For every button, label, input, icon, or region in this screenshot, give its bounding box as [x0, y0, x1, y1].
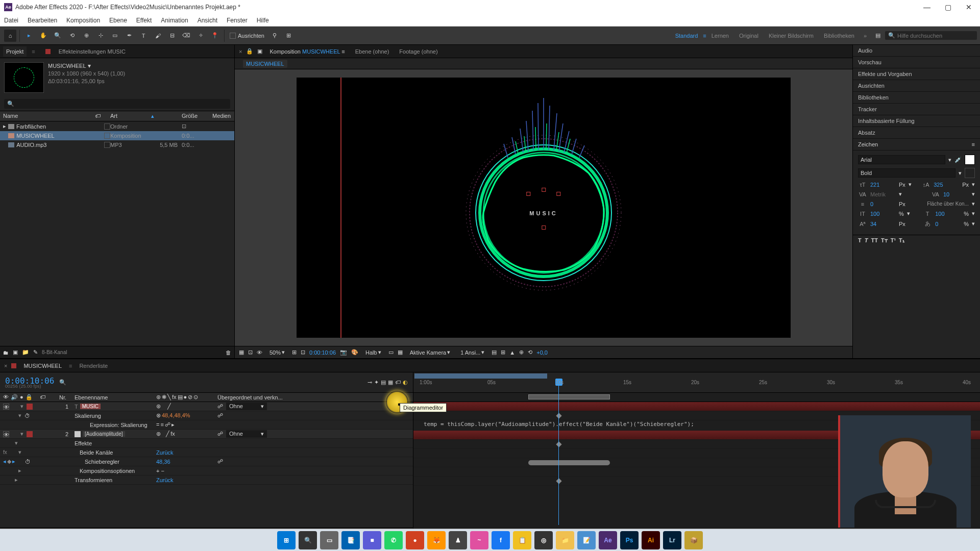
vscale[interactable]: 100	[870, 211, 896, 217]
subscript-button[interactable]: T₁	[899, 237, 904, 244]
snapshot-button[interactable]: 📷	[340, 349, 347, 356]
tab-footage[interactable]: Footage (ohne)	[396, 47, 440, 56]
transparency-button[interactable]: ▦	[398, 349, 403, 356]
bold-button[interactable]: T	[858, 237, 862, 244]
panel-audio[interactable]: Audio	[853, 45, 980, 57]
taskbar-app-9[interactable]: ~	[470, 531, 488, 549]
taskbar-app-15[interactable]: Ae	[599, 531, 617, 549]
taskbar-app-2[interactable]: ▭	[320, 531, 338, 549]
layer-music[interactable]: 👁 ▾ 1 TMUSIC ⊛ ╱ ☍Ohne▾	[0, 402, 413, 411]
vp-btn5[interactable]: ⟲	[528, 349, 532, 356]
parent-dropdown-2[interactable]: Ohne▾	[226, 430, 267, 438]
puppet-tool[interactable]: 📍	[209, 30, 221, 42]
taskbar-app-3[interactable]: 📑	[341, 531, 360, 549]
maximize-button[interactable]: ▢	[945, 3, 951, 11]
tl-tool4[interactable]: ▦	[388, 379, 393, 386]
stamp-tool[interactable]: ⊟	[166, 30, 178, 42]
italic-button[interactable]: T	[865, 237, 868, 244]
panel-ausrichten[interactable]: Ausrichten	[853, 80, 980, 92]
color-button[interactable]: 🎨	[351, 349, 358, 356]
channel-button[interactable]: ⊡	[248, 349, 253, 356]
viewport[interactable]: MUSIC	[235, 69, 852, 346]
alpha-button[interactable]: ▦	[239, 349, 244, 356]
stroke-swatch[interactable]	[965, 168, 975, 178]
font-size[interactable]: 221	[870, 182, 896, 188]
help-search-input[interactable]	[897, 33, 969, 39]
renderlist-tab[interactable]: Renderliste	[76, 362, 111, 370]
hand-tool[interactable]: ✋	[37, 30, 50, 42]
snap-grid[interactable]: ⊞	[283, 30, 295, 42]
menu-effekt[interactable]: Effekt	[136, 17, 152, 24]
workspace-lernen[interactable]: Lernen	[712, 33, 729, 39]
menu-fenster[interactable]: Fenster	[227, 17, 248, 24]
parent-dropdown-1[interactable]: Ohne▾	[226, 403, 267, 410]
hscale[interactable]: 100	[935, 211, 961, 217]
panel-vorschau[interactable]: Vorschau	[853, 57, 980, 68]
taskbar-app-0[interactable]: ⊞	[277, 531, 296, 549]
close-button[interactable]: ✕	[966, 3, 972, 11]
menu-komposition[interactable]: Komposition	[66, 17, 100, 24]
prop-transform[interactable]: ▸TransformierenZurück	[0, 475, 413, 485]
taskbar-app-10[interactable]: f	[492, 531, 510, 549]
tab-effekteinstellungen[interactable]: Effekteinstellungen MUSIC	[56, 46, 129, 57]
prop-expression[interactable]: Expression: Skalierung =≡☍▸	[0, 420, 413, 430]
taskbar-app-12[interactable]: ◎	[534, 531, 553, 549]
orbit-tool[interactable]: ⟲	[66, 30, 78, 42]
workspace-kleiner[interactable]: Kleiner Bildschirm	[769, 33, 814, 39]
workspace-bibliotheken[interactable]: Bibliotheken	[824, 33, 854, 39]
panel-inhalt[interactable]: Inhaltsbasierte Füllung	[853, 115, 980, 127]
zoom-dropdown[interactable]: 50% ▾	[266, 348, 288, 356]
home-button[interactable]: ⌂	[4, 30, 16, 42]
taskbar-app-8[interactable]: ♟	[449, 531, 467, 549]
taskbar-app-4[interactable]: ■	[363, 531, 381, 549]
taskbar-app-16[interactable]: Ps	[620, 531, 639, 549]
baseline[interactable]: 34	[870, 221, 896, 227]
grid-button[interactable]: ⊡	[301, 349, 305, 356]
project-search[interactable]: 🔍	[4, 99, 230, 109]
panel-tracker[interactable]: Tracker	[853, 104, 980, 115]
tl-tool2[interactable]: ✦	[374, 379, 379, 386]
graph-editor-button[interactable]: ◐	[403, 379, 408, 386]
font-weight[interactable]: Bold	[858, 168, 955, 178]
res-button[interactable]: ⊞	[292, 349, 297, 356]
roi-button[interactable]: ▭	[388, 349, 394, 356]
taskbar-app-7[interactable]: 🦊	[427, 531, 446, 549]
lock-icon[interactable]: 🔒	[246, 48, 253, 55]
delete-button[interactable]: 🗑	[226, 349, 231, 356]
interpret-button[interactable]: 🖿	[3, 349, 9, 356]
exposure[interactable]: +0,0	[536, 349, 548, 356]
camera-dropdown[interactable]: Aktive Kamera ▾	[407, 348, 454, 356]
tracking[interactable]: 10	[943, 191, 969, 197]
vp-btn4[interactable]: ⊕	[519, 349, 524, 356]
adobe-button[interactable]: ✎	[33, 349, 38, 356]
taskbar-app-6[interactable]: ●	[406, 531, 424, 549]
tl-search[interactable]: 🔍	[59, 379, 66, 386]
snap-options[interactable]: ⚲	[268, 30, 281, 42]
stroke-width[interactable]: 0	[870, 201, 896, 207]
new-comp-button[interactable]: ▣	[13, 349, 18, 356]
comp-name[interactable]: MUSICWHEEL	[48, 63, 86, 69]
menu-hilfe[interactable]: Hilfe	[257, 17, 269, 24]
brush-tool[interactable]: 🖌	[152, 30, 164, 42]
vp-btn3[interactable]: ▲	[509, 349, 515, 356]
eraser-tool[interactable]: ⌫	[180, 30, 192, 42]
tl-tool1[interactable]: ⊸	[368, 379, 372, 386]
prop-effekte[interactable]: ▾Effekte	[0, 439, 413, 448]
project-row-comp[interactable]: MUSICWHEELKomposition0:0...	[0, 131, 234, 140]
workspace-original[interactable]: Original	[739, 33, 758, 39]
taskbar-app-18[interactable]: Lr	[663, 531, 681, 549]
superscript-button[interactable]: T¹	[891, 237, 896, 244]
views-dropdown[interactable]: 1 Ansi... ▾	[457, 348, 487, 356]
vp-btn2[interactable]: ⊞	[501, 349, 505, 356]
roto-tool[interactable]: ✧	[194, 30, 207, 42]
prop-beide[interactable]: fx ▾Beide KanäleZurück	[0, 448, 413, 457]
taskbar-app-17[interactable]: Ai	[642, 531, 660, 549]
timecode[interactable]: 0:00:10:06	[309, 349, 336, 356]
prop-kompopt[interactable]: ▸Kompositionsoptionen+ −	[0, 466, 413, 475]
menu-bearbeiten[interactable]: Bearbeiten	[28, 17, 57, 24]
anchor-tool[interactable]: ⊹	[94, 30, 107, 42]
workspace-menu[interactable]: ▤	[872, 30, 884, 42]
layer-audioamp[interactable]: 👁 ▾ 2 [Audioamplitude] ⊛ ╱fx ☍Ohne▾	[0, 430, 413, 439]
pen-tool[interactable]: ✒	[123, 30, 135, 42]
panel-absatz[interactable]: Absatz	[853, 127, 980, 139]
